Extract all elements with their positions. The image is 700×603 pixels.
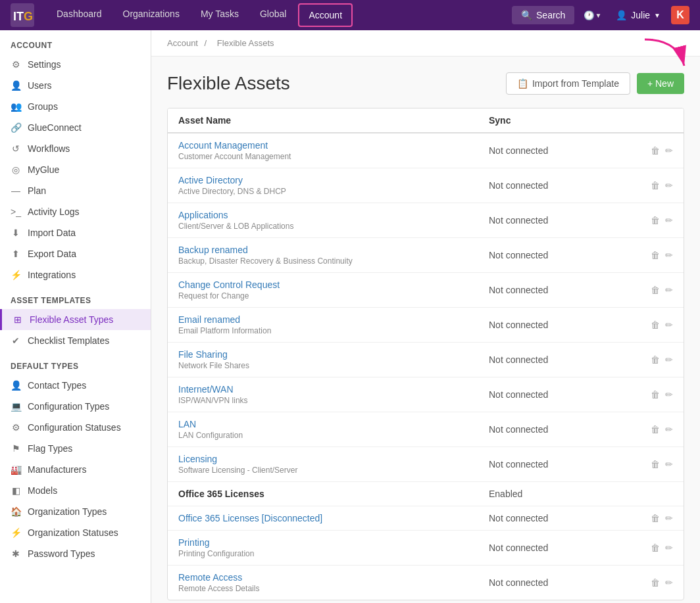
- asset-name-link[interactable]: Internet/WAN: [178, 384, 489, 395]
- sidebar-item-configuration-types[interactable]: 💻 Configuration Types: [0, 396, 151, 417]
- sidebar-item-groups[interactable]: 👥 Groups: [0, 96, 151, 117]
- sidebar-item-myglue[interactable]: ◎ MyGlue: [0, 159, 151, 180]
- nav-link-my-tasks[interactable]: My Tasks: [191, 3, 248, 27]
- sidebar-label-organization-types: Organization Types: [28, 506, 107, 517]
- delete-icon[interactable]: 🗑: [651, 543, 660, 553]
- avatar[interactable]: K: [671, 6, 689, 24]
- asset-name-link[interactable]: Remote Access: [178, 572, 489, 583]
- config-status-icon: ⚙: [11, 422, 21, 433]
- delete-icon[interactable]: 🗑: [651, 577, 660, 588]
- asset-name-link[interactable]: Change Control Request: [178, 279, 489, 290]
- edit-icon[interactable]: ✏: [665, 250, 673, 260]
- asset-name-link[interactable]: Active Directory: [178, 175, 489, 185]
- nav-link-organizations[interactable]: Organizations: [114, 3, 189, 27]
- delete-icon[interactable]: 🗑: [651, 285, 660, 295]
- delete-icon[interactable]: 🗑: [651, 145, 660, 156]
- nav-link-dashboard[interactable]: Dashboard: [47, 3, 111, 27]
- edit-icon[interactable]: ✏: [665, 145, 673, 156]
- delete-icon[interactable]: 🗑: [651, 389, 660, 400]
- delete-icon[interactable]: 🗑: [651, 513, 660, 523]
- sidebar-item-contact-types[interactable]: 👤 Contact Types: [0, 375, 151, 396]
- asset-name-link[interactable]: File Sharing: [178, 349, 489, 360]
- history-button[interactable]: 🕐 ▼: [580, 7, 605, 24]
- sidebar-item-workflows[interactable]: ↺ Workflows: [0, 138, 151, 159]
- edit-icon[interactable]: ✏: [665, 320, 673, 330]
- asset-name-link[interactable]: Backup renamed: [178, 245, 489, 255]
- nav-link-account[interactable]: Account: [298, 3, 353, 27]
- edit-icon[interactable]: ✏: [665, 285, 673, 295]
- user-label: Julie: [631, 10, 650, 20]
- edit-icon[interactable]: ✏: [665, 577, 673, 588]
- edit-icon[interactable]: ✏: [665, 389, 673, 400]
- delete-icon[interactable]: 🗑: [651, 215, 660, 226]
- password-icon: ✱: [11, 548, 21, 559]
- edit-icon[interactable]: ✏: [665, 459, 673, 470]
- group-icon: 👥: [11, 101, 21, 112]
- table-row: Internet/WAN ISP/WAN/VPN links Not conne…: [168, 377, 684, 412]
- sidebar-item-import-data[interactable]: ⬇ Import Data: [0, 222, 151, 243]
- breadcrumb-separator: /: [205, 38, 207, 48]
- asset-name-link[interactable]: Office 365 Licenses [Disconnected]: [178, 513, 489, 523]
- delete-icon[interactable]: 🗑: [651, 459, 660, 470]
- table-header: Asset Name Sync: [168, 109, 684, 133]
- asset-name-link[interactable]: Account Management: [178, 140, 489, 151]
- asset-name-cell: Applications Client/Server & LOB Applica…: [178, 210, 489, 231]
- delete-icon[interactable]: 🗑: [651, 320, 660, 330]
- export-icon: ⬆: [11, 249, 21, 259]
- sidebar-item-models[interactable]: ◧ Models: [0, 480, 151, 501]
- sidebar-label-models: Models: [28, 485, 57, 496]
- edit-icon[interactable]: ✏: [665, 543, 673, 553]
- logo[interactable]: IT G: [11, 3, 34, 27]
- breadcrumb-root[interactable]: Account: [167, 38, 198, 48]
- edit-icon[interactable]: ✏: [665, 513, 673, 523]
- sidebar-item-password-types[interactable]: ✱ Password Types: [0, 543, 151, 564]
- user-button[interactable]: 👤 Julie ▼: [611, 7, 666, 23]
- sidebar-item-configuration-statuses[interactable]: ⚙ Configuration Statuses: [0, 417, 151, 438]
- sidebar-item-glueconnect[interactable]: 🔗 GlueConnect: [0, 117, 151, 138]
- asset-name-link[interactable]: Email renamed: [178, 314, 489, 325]
- asset-name-link[interactable]: Printing: [178, 537, 489, 548]
- nav-link-global[interactable]: Global: [251, 3, 295, 27]
- sidebar-item-activity-logs[interactable]: >_ Activity Logs: [0, 201, 151, 222]
- sidebar-item-organization-statuses[interactable]: ⚡ Organization Statuses: [0, 522, 151, 543]
- asset-name-cell: File Sharing Network File Shares: [178, 349, 489, 370]
- asset-name-link[interactable]: LAN: [178, 419, 489, 429]
- row-actions: 🗑 ✏: [620, 285, 673, 295]
- delete-icon[interactable]: 🗑: [651, 354, 660, 365]
- sidebar-item-plan[interactable]: — Plan: [0, 180, 151, 201]
- sidebar-item-users[interactable]: 👤 Users: [0, 75, 151, 96]
- asset-name-link[interactable]: Licensing: [178, 454, 489, 464]
- delete-icon[interactable]: 🗑: [651, 250, 660, 260]
- asset-desc: Remote Access Details: [178, 584, 489, 593]
- edit-icon[interactable]: ✏: [665, 424, 673, 435]
- sidebar-item-checklist-templates[interactable]: ✔ Checklist Templates: [0, 330, 151, 351]
- sidebar-item-flag-types[interactable]: ⚑ Flag Types: [0, 438, 151, 459]
- sidebar-item-organization-types[interactable]: 🏠 Organization Types: [0, 501, 151, 522]
- sidebar-item-settings[interactable]: ⚙ Settings: [0, 54, 151, 75]
- edit-icon[interactable]: ✏: [665, 354, 673, 365]
- sidebar-item-integrations[interactable]: ⚡ Integrations: [0, 264, 151, 285]
- sidebar-item-export-data[interactable]: ⬆ Export Data: [0, 243, 151, 264]
- row-actions: 🗑 ✏: [620, 459, 673, 470]
- search-button[interactable]: 🔍 Search: [512, 6, 574, 24]
- sidebar-item-manufacturers[interactable]: 🏭 Manufacturers: [0, 459, 151, 480]
- asset-name-link: Office 365 Licenses: [178, 489, 489, 499]
- sidebar-item-flexible-asset-types[interactable]: ⊞ Flexible Asset Types: [0, 309, 151, 330]
- sidebar-label-organization-statuses: Organization Statuses: [28, 527, 118, 538]
- sidebar-label-integrations: Integrations: [28, 270, 76, 280]
- sidebar-label-flag-types: Flag Types: [28, 443, 72, 454]
- import-template-button[interactable]: 📋 Import from Template: [506, 72, 630, 95]
- asset-desc: Client/Server & LOB Applications: [178, 222, 489, 231]
- chevron-down-icon: ▼: [654, 12, 661, 19]
- asset-name-cell: Office 365 Licenses: [178, 489, 489, 499]
- delete-icon[interactable]: 🗑: [651, 180, 660, 191]
- new-button[interactable]: + New: [637, 73, 684, 94]
- edit-icon[interactable]: ✏: [665, 215, 673, 226]
- table-row: LAN LAN Configuration Not connected 🗑 ✏: [168, 412, 684, 447]
- asset-name-link[interactable]: Applications: [178, 210, 489, 220]
- asset-name-cell: Licensing Software Licensing - Client/Se…: [178, 454, 489, 475]
- delete-icon[interactable]: 🗑: [651, 424, 660, 435]
- import-icon: 📋: [517, 78, 528, 89]
- sidebar-label-configuration-types: Configuration Types: [28, 401, 109, 412]
- edit-icon[interactable]: ✏: [665, 180, 673, 191]
